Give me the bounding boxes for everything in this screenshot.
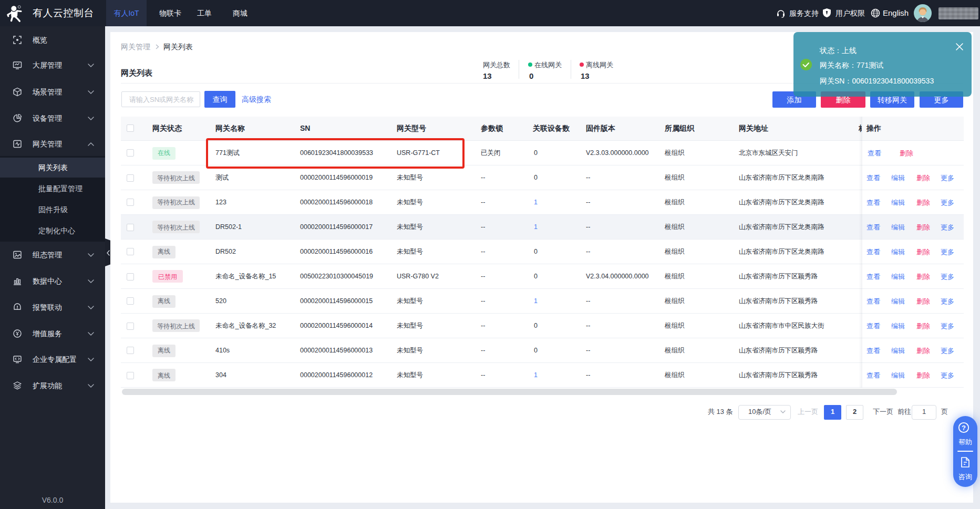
svg-text:?: ? bbox=[962, 424, 966, 432]
